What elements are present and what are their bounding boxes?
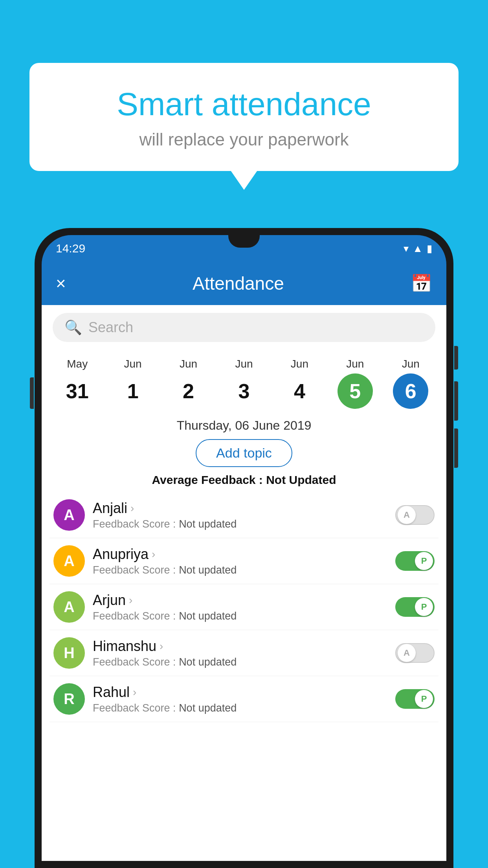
search-icon: 🔍 xyxy=(64,319,82,336)
cal-month-label: Jun xyxy=(235,358,253,370)
cal-month-label: Jun xyxy=(402,358,420,370)
attendance-toggle[interactable]: P xyxy=(395,689,435,709)
bubble-subtitle: will replace your paperwork xyxy=(49,130,439,149)
chevron-icon: › xyxy=(129,594,132,607)
phone-screen: 14:29 ▾ ▲ ▮ × Attendance 📅 🔍 Search xyxy=(42,235,446,861)
student-list: AAnjali ›Feedback Score : Not updatedAAA… xyxy=(42,492,446,722)
search-container: 🔍 Search xyxy=(42,305,446,350)
cal-day-number[interactable]: 5 xyxy=(338,373,373,409)
toggle-thumb: A xyxy=(398,506,416,524)
chevron-icon: › xyxy=(160,640,163,653)
screen-content: 🔍 Search May31Jun1Jun2Jun3Jun4Jun5Jun6 T… xyxy=(42,305,446,861)
student-name[interactable]: Rahul › xyxy=(93,684,387,701)
phone-frame: 14:29 ▾ ▲ ▮ × Attendance 📅 🔍 Search xyxy=(35,228,453,868)
volume-button xyxy=(30,377,34,409)
student-info: Arjun ›Feedback Score : Not updated xyxy=(93,592,387,622)
attendance-toggle[interactable]: P xyxy=(395,551,435,571)
status-time: 14:29 xyxy=(56,242,85,255)
toggle-switch[interactable]: P xyxy=(395,689,435,709)
cal-month-label: Jun xyxy=(291,358,308,370)
power-button xyxy=(454,346,458,370)
toggle-thumb: A xyxy=(398,644,416,662)
avg-feedback-value: Not Updated xyxy=(266,473,336,486)
search-bar[interactable]: 🔍 Search xyxy=(53,313,435,342)
cal-day-number[interactable]: 3 xyxy=(226,373,262,409)
chevron-icon: › xyxy=(133,686,136,699)
feedback-score: Feedback Score : Not updated xyxy=(93,564,387,576)
avatar: A xyxy=(53,591,85,623)
wifi-icon: ▾ xyxy=(404,243,409,255)
toggle-thumb: P xyxy=(415,598,433,616)
toggle-thumb: P xyxy=(415,690,433,708)
student-name[interactable]: Anupriya › xyxy=(93,546,387,563)
cal-day-number[interactable]: 6 xyxy=(393,373,428,409)
bubble-title: Smart attendance xyxy=(49,86,439,122)
cal-month-label: Jun xyxy=(180,358,197,370)
chevron-icon: › xyxy=(152,548,155,561)
speech-bubble-container: Smart attendance will replace your paper… xyxy=(29,63,459,171)
attendance-toggle[interactable]: P xyxy=(395,597,435,617)
toggle-switch[interactable]: P xyxy=(395,597,435,617)
toggle-thumb: P xyxy=(415,552,433,570)
cal-day-number[interactable]: 31 xyxy=(60,373,95,409)
student-name[interactable]: Himanshu › xyxy=(93,638,387,655)
cal-month-label: Jun xyxy=(346,358,364,370)
feedback-score: Feedback Score : Not updated xyxy=(93,518,387,530)
battery-icon: ▮ xyxy=(427,243,432,255)
average-feedback: Average Feedback : Not Updated xyxy=(42,470,446,492)
volume-up-button xyxy=(454,381,458,421)
student-name[interactable]: Arjun › xyxy=(93,592,387,609)
student-info: Himanshu ›Feedback Score : Not updated xyxy=(93,638,387,668)
avatar: R xyxy=(53,683,85,715)
volume-down-button xyxy=(454,428,458,468)
calendar-day[interactable]: Jun4 xyxy=(272,354,327,413)
student-item: RRahul ›Feedback Score : Not updatedP xyxy=(50,676,438,722)
avatar: H xyxy=(53,637,85,669)
avatar: A xyxy=(53,545,85,577)
calendar-day[interactable]: Jun1 xyxy=(105,354,160,413)
close-button[interactable]: × xyxy=(56,274,66,293)
search-placeholder: Search xyxy=(88,319,133,336)
avatar: A xyxy=(53,499,85,531)
student-item: AArjun ›Feedback Score : Not updatedP xyxy=(50,584,438,630)
student-info: Rahul ›Feedback Score : Not updated xyxy=(93,684,387,714)
app-bar-title: Attendance xyxy=(193,273,284,294)
chevron-icon: › xyxy=(130,502,134,515)
calendar-day[interactable]: May31 xyxy=(50,354,105,413)
speech-bubble: Smart attendance will replace your paper… xyxy=(29,63,459,171)
calendar-day[interactable]: Jun5 xyxy=(327,354,383,413)
calendar-day[interactable]: Jun6 xyxy=(383,354,438,413)
app-bar: × Attendance 📅 xyxy=(42,262,446,305)
student-info: Anupriya ›Feedback Score : Not updated xyxy=(93,546,387,576)
cal-month-label: May xyxy=(67,358,88,370)
cal-day-number[interactable]: 2 xyxy=(171,373,206,409)
student-item: AAnjali ›Feedback Score : Not updatedA xyxy=(50,492,438,538)
signal-icon: ▲ xyxy=(413,243,423,255)
status-icons: ▾ ▲ ▮ xyxy=(404,243,432,255)
calendar-icon[interactable]: 📅 xyxy=(411,273,432,294)
toggle-switch[interactable]: A xyxy=(395,505,435,525)
status-bar: 14:29 ▾ ▲ ▮ xyxy=(42,235,446,262)
student-item: AAnupriya ›Feedback Score : Not updatedP xyxy=(50,538,438,584)
feedback-score: Feedback Score : Not updated xyxy=(93,702,387,714)
add-topic-button[interactable]: Add topic xyxy=(196,439,292,467)
feedback-score: Feedback Score : Not updated xyxy=(93,610,387,622)
selected-date: Thursday, 06 June 2019 xyxy=(42,413,446,436)
student-info: Anjali ›Feedback Score : Not updated xyxy=(93,500,387,530)
student-name[interactable]: Anjali › xyxy=(93,500,387,517)
calendar-day[interactable]: Jun2 xyxy=(161,354,216,413)
student-item: HHimanshu ›Feedback Score : Not updatedA xyxy=(50,630,438,676)
calendar-strip: May31Jun1Jun2Jun3Jun4Jun5Jun6 xyxy=(42,350,446,413)
toggle-switch[interactable]: P xyxy=(395,551,435,571)
notch xyxy=(228,235,260,248)
cal-day-number[interactable]: 4 xyxy=(282,373,317,409)
avg-feedback-label: Average Feedback : xyxy=(152,473,262,486)
cal-day-number[interactable]: 1 xyxy=(115,373,150,409)
attendance-toggle[interactable]: A xyxy=(395,505,435,525)
toggle-switch[interactable]: A xyxy=(395,643,435,663)
attendance-toggle[interactable]: A xyxy=(395,643,435,663)
feedback-score: Feedback Score : Not updated xyxy=(93,656,387,668)
cal-month-label: Jun xyxy=(124,358,142,370)
calendar-day[interactable]: Jun3 xyxy=(216,354,272,413)
